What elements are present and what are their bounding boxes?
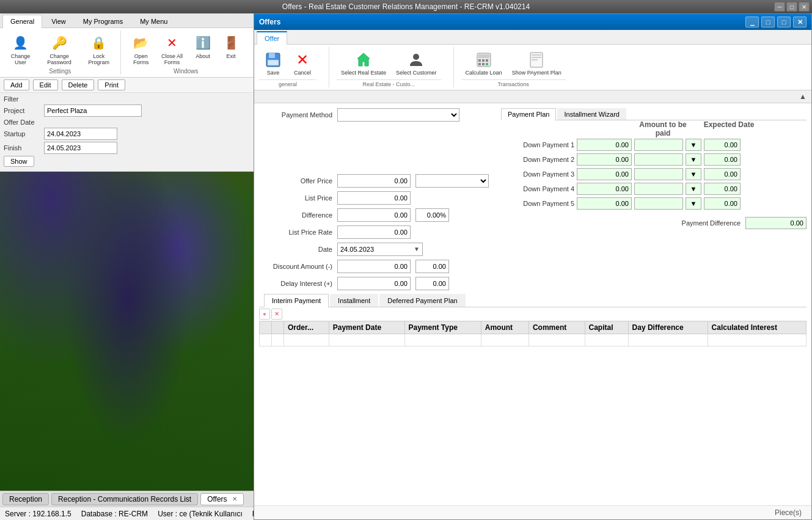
down-payment-3-date[interactable]: [634, 168, 683, 180]
offer-price-currency[interactable]: [415, 174, 489, 188]
down-payment-5-dd[interactable]: ▼: [686, 197, 701, 210]
down-payment-5-value[interactable]: [704, 197, 741, 210]
down-payment-1-value[interactable]: [704, 139, 741, 151]
print-btn[interactable]: Print: [98, 79, 125, 90]
row-calc-interest: [708, 334, 806, 346]
svg-rect-8: [482, 59, 485, 62]
change-password-btn[interactable]: 🔑 Change Password: [38, 32, 80, 67]
select-customer-btn[interactable]: Select Customer: [392, 48, 441, 78]
grid-tab-interim[interactable]: Interim Payment: [264, 294, 329, 307]
list-price-rate-input[interactable]: [337, 225, 411, 239]
down-payment-4-amount[interactable]: [577, 183, 632, 195]
dialog-maximize-btn[interactable]: □: [777, 16, 791, 27]
date-picker-btn[interactable]: ▼: [411, 246, 422, 252]
down-payment-3-amount[interactable]: [577, 168, 632, 180]
delay-interest-input2[interactable]: [415, 277, 449, 290]
open-forms-btn[interactable]: 📂 Open Forms: [128, 32, 154, 67]
table-header-row: Order... Payment Date Payment Type Amoun…: [260, 321, 807, 334]
payment-difference-input[interactable]: [745, 217, 807, 229]
show-payment-plan-btn[interactable]: Show PAyment Plan: [508, 48, 566, 78]
difference-pct-input[interactable]: [415, 208, 449, 222]
sep1: [329, 47, 329, 87]
grid-delete-row-btn[interactable]: ✕: [271, 309, 282, 320]
close-all-forms-btn[interactable]: ✕ Close All Forms: [156, 32, 188, 67]
edit-btn[interactable]: Edit: [33, 79, 58, 90]
down-payment-2-value[interactable]: [704, 153, 741, 166]
delete-btn[interactable]: Delete: [62, 79, 95, 90]
pp-tab-plan[interactable]: Payment Plan: [501, 108, 556, 120]
dialog-minify-btn[interactable]: ⎯: [745, 16, 759, 27]
collapse-btn[interactable]: ▲: [799, 92, 807, 101]
calculate-loan-btn[interactable]: Calculate Loan: [461, 48, 507, 78]
taskbar-reception-comm-label: Reception - Communication Records List: [58, 495, 191, 504]
dialog-restore-btn[interactable]: □: [761, 16, 775, 27]
down-payment-1-date[interactable]: [634, 139, 683, 151]
down-payment-1-dd[interactable]: ▼: [686, 139, 701, 151]
down-payment-2-amount[interactable]: [577, 153, 632, 166]
date-input[interactable]: [338, 243, 411, 255]
list-price-input[interactable]: [337, 191, 411, 205]
grid-table: Order... Payment Date Payment Type Amoun…: [259, 321, 807, 346]
ribbon-tab-general[interactable]: General: [2, 15, 42, 28]
main-toolbar: Add Edit Delete Print: [0, 78, 254, 93]
payment-method-label: Payment Method: [259, 111, 332, 119]
title-close-btn[interactable]: ✕: [799, 2, 810, 12]
grid-tab-installment[interactable]: Installment: [330, 294, 378, 307]
show-btn[interactable]: Show: [4, 156, 34, 167]
realestate-group-label: Real Estate - Custo...: [337, 79, 441, 87]
section-header-collapse: ▲: [254, 90, 811, 103]
title-minimize-btn[interactable]: ─: [774, 2, 785, 12]
cancel-btn[interactable]: ✕ Cancel: [288, 48, 316, 78]
difference-input[interactable]: [337, 208, 411, 222]
col-payment-date: Payment Date: [329, 321, 404, 334]
discount-amount-input2[interactable]: [415, 260, 449, 273]
grid-tab-row: Interim Payment Installment Deferred Pay…: [259, 294, 807, 307]
down-payment-2-dd[interactable]: ▼: [686, 153, 701, 166]
project-input[interactable]: [44, 104, 142, 117]
taskbar-reception-label: Reception: [9, 495, 42, 504]
ribbon-tab-myprograms[interactable]: My Programs: [75, 15, 131, 27]
col-order: Order...: [284, 321, 329, 334]
taskbar-offers[interactable]: Offers ✕: [200, 493, 243, 505]
payment-plan-tabs: Payment Plan Installment Wizard: [501, 108, 807, 120]
lock-program-btn[interactable]: 🔒 Lock Program: [82, 32, 115, 67]
pp-tab-wizard[interactable]: Installment Wizard: [557, 108, 626, 120]
startup-input[interactable]: [44, 128, 117, 140]
offer-price-input[interactable]: [337, 174, 411, 188]
down-payment-5-date[interactable]: [634, 197, 683, 210]
grid-tab-deferred[interactable]: Deferred Payment Plan: [379, 294, 465, 307]
taskbar-offers-close[interactable]: ✕: [232, 496, 237, 502]
dialog-close-btn[interactable]: ✕: [793, 16, 807, 27]
expected-date-header: Expected Date: [695, 120, 763, 137]
dialog-title-controls: ⎯ □ □ ✕: [745, 16, 807, 27]
change-user-btn[interactable]: 👤 Change User: [5, 32, 36, 67]
down-payment-4-date[interactable]: [634, 183, 683, 195]
grid-add-row-btn[interactable]: ●: [259, 309, 270, 320]
down-payment-5-amount[interactable]: [577, 197, 632, 210]
about-btn[interactable]: ℹ️ About: [190, 32, 216, 60]
payment-method-select[interactable]: [337, 108, 459, 122]
title-maximize-btn[interactable]: □: [786, 2, 797, 12]
down-payment-3-value[interactable]: [704, 168, 741, 180]
add-btn[interactable]: Add: [4, 79, 29, 90]
difference-label: Difference: [259, 211, 332, 219]
down-payment-4-dd[interactable]: ▼: [686, 183, 701, 195]
offer-date-label: Offer Date: [4, 119, 40, 126]
open-forms-icon: 📂: [131, 33, 151, 53]
select-real-estate-btn[interactable]: Select Real Estate: [337, 48, 390, 78]
dialog-tab-offer[interactable]: Offer: [257, 31, 287, 45]
taskbar-reception-comm[interactable]: Reception - Communication Records List: [51, 493, 198, 505]
down-payment-4-value[interactable]: [704, 183, 741, 195]
ribbon-tab-view[interactable]: View: [43, 15, 74, 27]
down-payment-3-dd[interactable]: ▼: [686, 168, 701, 180]
save-btn[interactable]: Save: [259, 48, 287, 78]
exit-btn[interactable]: 🚪 Exit: [218, 32, 244, 60]
finish-input[interactable]: [44, 142, 117, 154]
windows-group-label: Windows: [174, 68, 199, 75]
ribbon-tab-mymenu[interactable]: My Menu: [132, 15, 175, 27]
down-payment-1-amount[interactable]: [577, 139, 632, 151]
taskbar-reception[interactable]: Reception: [2, 493, 49, 505]
down-payment-2-date[interactable]: [634, 153, 683, 166]
discount-amount-input1[interactable]: [337, 260, 411, 273]
delay-interest-input1[interactable]: [337, 277, 411, 290]
